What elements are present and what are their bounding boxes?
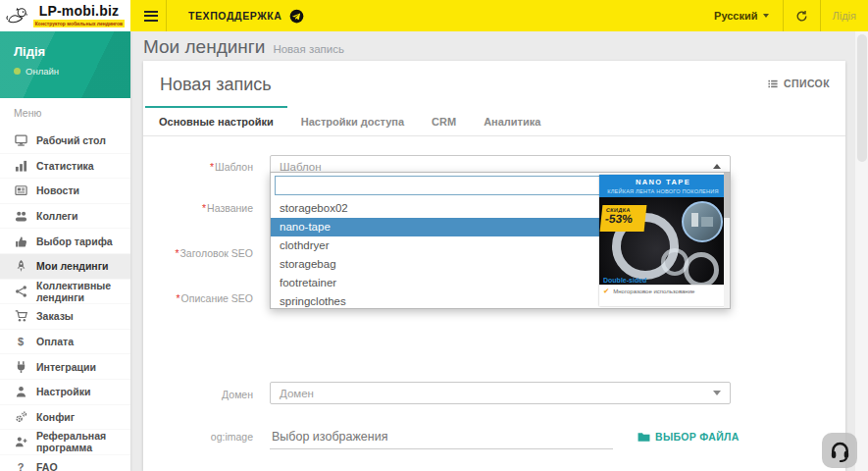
sidebar-user-status: Онлайн	[26, 66, 59, 77]
check-icon: ✔	[603, 288, 609, 295]
sidebar-item-my-landings[interactable]: Мои лендинги	[0, 254, 130, 280]
preview-product-image: СКИДКА -53% Double-sided	[599, 197, 727, 285]
dropdown-scrollbar-thumb[interactable]	[724, 173, 730, 218]
new-record-card: Новая запись СПИСОК Основные настройки Н…	[143, 61, 845, 471]
dropdown-option[interactable]: footretainer	[271, 274, 603, 292]
username-label: Лідія	[833, 10, 856, 22]
tab-label: CRM	[432, 116, 456, 128]
sidebar-item-label: Выбор тарифа	[36, 236, 113, 247]
breadcrumb: Новая запись	[273, 43, 344, 55]
seo-title-label: *Заголовок SEO	[143, 247, 253, 259]
sidebar-item-dashboard[interactable]: Рабочий стол	[0, 129, 130, 154]
choose-file-label: ВЫБОР ФАЙЛА	[655, 431, 740, 443]
sidebar-item-label: Оплата	[36, 336, 74, 347]
hamburger-menu-icon[interactable]	[136, 0, 166, 31]
folder-icon	[638, 432, 650, 443]
choose-file-button[interactable]: ВЫБОР ФАЙЛА	[638, 431, 740, 443]
sidebar-item-referral[interactable]: Реферальная программа	[0, 430, 130, 455]
chevron-down-icon	[713, 391, 721, 395]
dropdown-option[interactable]: clothdryer	[271, 236, 603, 255]
user-menu[interactable]: Лідія	[821, 0, 868, 31]
tab-bar: Основные настройки Настройки доступа CRM…	[143, 106, 845, 136]
preview-inset-photo	[682, 201, 723, 242]
topbar: LP-mobi.biz Конструктор мобильных лендин…	[0, 0, 868, 31]
template-search-input[interactable]	[275, 176, 600, 195]
sidebar-item-label: Реферальная программа	[36, 430, 130, 453]
dropdown-option[interactable]: storagebag	[271, 255, 603, 274]
preview-title: NANO TAPE	[599, 178, 727, 186]
headset-icon	[829, 440, 851, 462]
support-button[interactable]: ТЕХПОДДЕРЖКА	[167, 0, 326, 31]
seo-description-label: *Описание SEO	[143, 292, 253, 304]
dropdown-option-selected[interactable]: nano-tape	[271, 218, 603, 236]
sidebar-item-orders[interactable]: Заказы	[0, 304, 130, 330]
support-label: ТЕХПОДДЕРЖКА	[188, 10, 282, 22]
refresh-icon	[795, 10, 808, 23]
logo-dog-icon	[6, 6, 29, 26]
preview-feature: Многоразовое использование	[613, 288, 694, 294]
tab-label: Аналитика	[484, 116, 540, 128]
sidebar-item-colleagues[interactable]: Коллеги	[0, 204, 130, 230]
sidebar-item-label: Коллективные лендинги	[36, 280, 130, 303]
og-image-label: og:image	[143, 431, 253, 443]
sidebar-item-settings[interactable]: Настройки	[0, 380, 130, 405]
online-status-dot	[14, 68, 21, 75]
list-button[interactable]: СПИСОК	[767, 78, 830, 89]
page-title: Мои лендинги	[143, 36, 265, 58]
template-dropdown-panel: storagebox02 nano-tape clothdryer storag…	[270, 172, 731, 309]
sidebar-user-name: Лідія	[14, 44, 117, 59]
colleagues-icon	[13, 209, 28, 223]
sidebar-item-label: Конфиг	[36, 411, 75, 423]
menu-section-label: Меню	[14, 107, 130, 119]
desktop-icon	[13, 133, 28, 147]
domain-select[interactable]: Домен	[270, 382, 731, 404]
language-label: Русский	[714, 10, 757, 22]
sidebar-item-label: Коллеги	[36, 210, 77, 222]
sidebar-item-config[interactable]: Конфиг	[0, 405, 130, 431]
chevron-down-icon	[763, 14, 769, 18]
sidebar-item-label: FAQ	[36, 461, 58, 471]
user-icon	[13, 385, 28, 398]
dropdown-option[interactable]: storagebox02	[271, 199, 603, 218]
card-title: Новая запись	[160, 75, 272, 95]
sidebar-item-integrations[interactable]: Интеграции	[0, 354, 130, 380]
domain-label: Домен	[143, 389, 253, 400]
telegram-icon	[289, 9, 304, 24]
support-chat-button[interactable]	[822, 433, 857, 468]
required-mark: *	[177, 292, 180, 304]
tab-crm[interactable]: CRM	[418, 106, 470, 135]
page-scrollbar-thumb[interactable]	[857, 34, 867, 162]
sidebar-item-payment[interactable]: $ Оплата	[0, 330, 130, 355]
sidebar-item-tariff[interactable]: Выбор тарифа	[0, 229, 130, 254]
page-scrollbar[interactable]	[855, 31, 868, 471]
dropdown-option[interactable]: springclothes	[271, 292, 603, 311]
preview-subtitle: КЛЕЙКАЯ ЛЕНТА НОВОГО ПОКОЛЕНИЯ	[599, 188, 727, 194]
sidebar: Лідія Онлайн Меню Рабочий стол Статистик…	[0, 31, 130, 471]
dollar-icon: $	[13, 337, 28, 347]
tab-access-settings[interactable]: Настройки доступа	[287, 106, 418, 135]
language-selector[interactable]: Русский	[700, 0, 782, 31]
chevron-up-icon	[713, 164, 721, 169]
news-icon	[13, 183, 28, 197]
gears-icon	[13, 410, 28, 424]
tab-analytics[interactable]: Аналитика	[470, 106, 554, 135]
required-mark: *	[202, 202, 206, 214]
landings-icon	[13, 259, 28, 273]
logo[interactable]: LP-mobi.biz Конструктор мобильных лендин…	[0, 0, 130, 31]
refresh-button[interactable]	[784, 0, 820, 31]
sidebar-item-faq[interactable]: ? FAQ	[0, 455, 130, 471]
cart-icon	[13, 309, 28, 323]
og-image-input[interactable]	[270, 425, 613, 449]
tab-main-settings[interactable]: Основные настройки	[145, 106, 287, 135]
list-button-label: СПИСОК	[784, 78, 830, 89]
sidebar-user-panel: Лідія Онлайн	[0, 31, 130, 98]
sidebar-item-news[interactable]: Новости	[0, 179, 130, 204]
question-icon: ?	[13, 462, 28, 471]
dropdown-scrollbar[interactable]	[724, 173, 730, 308]
preview-caption: Double-sided	[603, 277, 646, 284]
sidebar-item-label: Настройки	[36, 386, 90, 397]
sidebar-item-statistics[interactable]: Статистика	[0, 154, 130, 180]
sidebar-item-label: Статистика	[36, 160, 94, 172]
sidebar-item-collective-landings[interactable]: Коллективные лендинги	[0, 280, 130, 305]
tab-label: Основные настройки	[159, 116, 274, 128]
